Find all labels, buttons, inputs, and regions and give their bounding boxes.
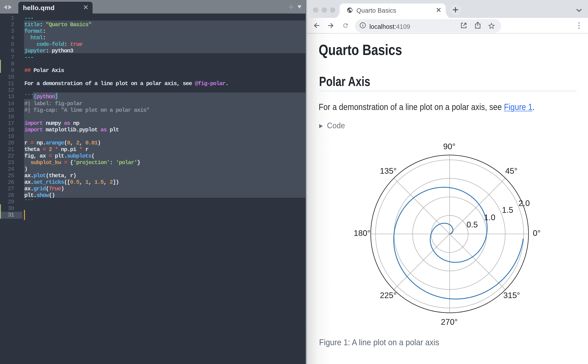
svg-text:45°: 45°: [505, 166, 517, 176]
svg-text:0.5: 0.5: [467, 220, 478, 229]
svg-text:90°: 90°: [443, 142, 456, 151]
svg-text:270°: 270°: [441, 317, 458, 326]
svg-text:1.5: 1.5: [502, 205, 513, 214]
svg-text:2.0: 2.0: [519, 199, 530, 208]
svg-text:1.0: 1.0: [484, 213, 496, 222]
svg-text:225°: 225°: [380, 291, 397, 300]
svg-text:315°: 315°: [503, 291, 520, 300]
svg-text:180°: 180°: [354, 228, 371, 238]
svg-text:0°: 0°: [533, 228, 541, 238]
svg-text:135°: 135°: [380, 166, 397, 176]
